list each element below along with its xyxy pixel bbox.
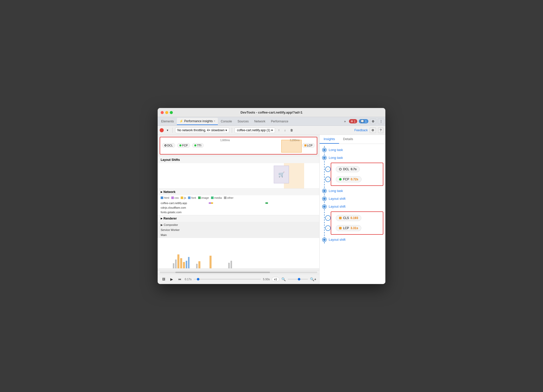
- lcp-orange-bar: [281, 140, 302, 153]
- ls-image-block: 🛒: [274, 166, 289, 183]
- zoom-in-icon[interactable]: 🔍+: [310, 277, 316, 281]
- zoom-out-icon[interactable]: 🔍: [281, 277, 286, 281]
- error-icon: ⊗: [351, 120, 353, 123]
- layout-shifts-header[interactable]: Layout Shifts: [158, 157, 319, 163]
- font-color: [188, 197, 191, 199]
- fcp-dot-icon: [339, 178, 342, 181]
- legend-font: font: [188, 196, 196, 199]
- lcp-badge: LCP: [302, 143, 315, 148]
- tab-performance-label: Performance insights: [184, 119, 213, 123]
- zoom-thumb[interactable]: [298, 278, 300, 280]
- close-button[interactable]: [161, 111, 164, 114]
- scrollbar-thumb[interactable]: [175, 272, 270, 273]
- link-layout-shift-3[interactable]: Layout shift: [329, 238, 346, 242]
- scrollbar-track[interactable]: [160, 272, 317, 273]
- legend-css: css: [171, 196, 179, 199]
- main-bar-12: [231, 261, 232, 268]
- image-color: [198, 197, 201, 199]
- lcp-label: LCP: [307, 144, 312, 147]
- delete-button[interactable]: 🗑: [289, 128, 295, 133]
- gear-icon[interactable]: ⚙: [370, 127, 376, 133]
- record-button[interactable]: [160, 128, 164, 132]
- throttling-label: No network throttling, 4× slowdown: [177, 128, 224, 132]
- tab-performance-insights[interactable]: ⚡ Performance insights ×: [177, 118, 218, 125]
- sections: Layout Shifts 🛒 ▶ Network: [158, 157, 319, 270]
- fcp-label: FCP: [182, 144, 188, 147]
- tti-badge: TTI: [192, 143, 204, 148]
- playhead-track[interactable]: [194, 279, 261, 280]
- minimize-button[interactable]: [165, 111, 168, 114]
- link-layout-shift-2[interactable]: Layout shift: [329, 205, 346, 208]
- upload-button[interactable]: ↑: [277, 128, 281, 133]
- tti-label: TTI: [197, 144, 201, 147]
- help-icon[interactable]: ?: [378, 127, 383, 133]
- fcp-circle-icon: ○: [327, 178, 329, 181]
- separator-1: [172, 128, 173, 133]
- fcp-metric-label: FCP: [343, 178, 349, 181]
- record-arrow-button[interactable]: ▾: [165, 128, 170, 133]
- net-bar-0: [203, 202, 316, 205]
- playback-bar: 🖼 ▶ ⏮ 0.17s 5.93s x1 🔍 🔍+: [158, 274, 319, 284]
- cls-circle-icon: ○: [327, 217, 329, 219]
- legend-html: html: [161, 196, 169, 199]
- network-header[interactable]: ▶ Network: [158, 189, 319, 195]
- js-label: js: [184, 196, 186, 199]
- tab-elements[interactable]: Elements: [159, 118, 176, 125]
- tab-insights[interactable]: Insights: [320, 135, 339, 144]
- speed-badge[interactable]: x1: [272, 277, 279, 281]
- main-bar-2: [175, 259, 177, 268]
- main-bar-1: [173, 263, 174, 268]
- tab-console[interactable]: Console: [218, 118, 235, 125]
- tab-sources[interactable]: Sources: [235, 118, 251, 125]
- window-title: DevTools - coffee-cart.netlify.app/?ad=1: [241, 111, 303, 114]
- target-select[interactable]: coffee-cart.netlify.app (1) ▾: [235, 127, 275, 133]
- dcl-label: DCL: [167, 144, 173, 147]
- link-long-task-3[interactable]: Long task: [329, 189, 343, 193]
- tab-details[interactable]: Details: [339, 135, 357, 144]
- tab-performance-icon: ⚡: [179, 119, 183, 123]
- feedback-link[interactable]: Feedback: [354, 128, 368, 132]
- right-tabs: Insights Details: [320, 135, 385, 144]
- more-button[interactable]: ⋮: [378, 119, 384, 124]
- tabs-bar: Elements ⚡ Performance insights × Consol…: [158, 117, 385, 126]
- zoom-track[interactable]: [288, 279, 308, 280]
- rewind-button[interactable]: ⏮: [177, 277, 183, 282]
- network-triangle: ▶: [161, 191, 162, 193]
- throttling-select[interactable]: No network throttling, 4× slowdown ▾: [175, 127, 229, 133]
- main-bar-3: [177, 254, 179, 268]
- dot-1: [323, 148, 326, 152]
- net-bar-2: [203, 211, 316, 214]
- play-button[interactable]: ▶: [169, 276, 175, 282]
- download-button[interactable]: ↓: [283, 128, 287, 133]
- net-bar-1: [203, 206, 316, 209]
- legend-media: media: [211, 196, 222, 199]
- other-label: other: [227, 196, 234, 199]
- dot-3: [323, 189, 326, 193]
- dcl-dot-icon: [339, 168, 342, 170]
- link-long-task-1[interactable]: Long task: [329, 148, 343, 152]
- maximize-button[interactable]: [170, 111, 173, 114]
- js-color: [181, 197, 183, 199]
- errors-badge: ⊗ 1: [349, 119, 357, 123]
- screenshot-button[interactable]: 🖼: [161, 277, 167, 282]
- tab-close-icon[interactable]: ×: [214, 120, 215, 122]
- ls-image-icon: 🛒: [278, 171, 285, 178]
- link-layout-shift-1[interactable]: Layout shift: [329, 197, 346, 201]
- main-area: [158, 238, 319, 268]
- main-bar-10: [210, 256, 212, 268]
- link-long-task-2[interactable]: Long task: [329, 156, 343, 160]
- more-tabs-button[interactable]: »: [343, 119, 347, 124]
- tab-sources-label: Sources: [238, 120, 249, 123]
- settings-button[interactable]: ⚙: [370, 119, 376, 124]
- tab-performance[interactable]: Performance: [268, 118, 291, 125]
- insight-dcl: ○ DCL 0.7s: [332, 164, 382, 174]
- network-area: html css js: [158, 195, 319, 215]
- lcp-area: LCP: [302, 143, 315, 148]
- tab-network[interactable]: Network: [252, 118, 268, 125]
- playhead-thumb[interactable]: [197, 278, 199, 280]
- service-worker-label: Service Worker: [161, 228, 180, 231]
- renderer-header[interactable]: ▶ Renderer: [158, 215, 319, 222]
- tti-icon: [194, 144, 196, 146]
- dot-4: [323, 197, 326, 201]
- fcp-metric-value: 0.72s: [351, 178, 358, 181]
